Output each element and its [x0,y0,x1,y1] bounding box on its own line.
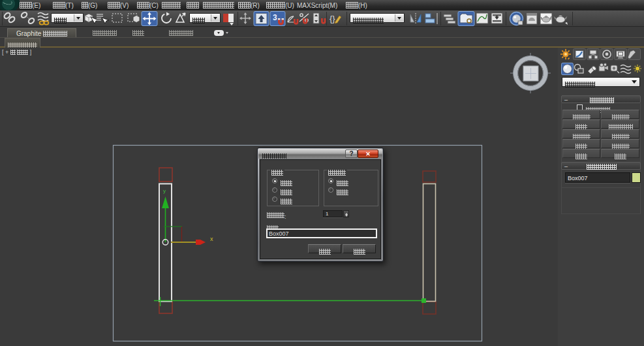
svg-text:3: 3 [273,13,277,22]
svg-text:{}: {} [330,14,335,24]
svg-text:x: x [210,236,213,242]
svg-text:y: y [163,188,166,194]
